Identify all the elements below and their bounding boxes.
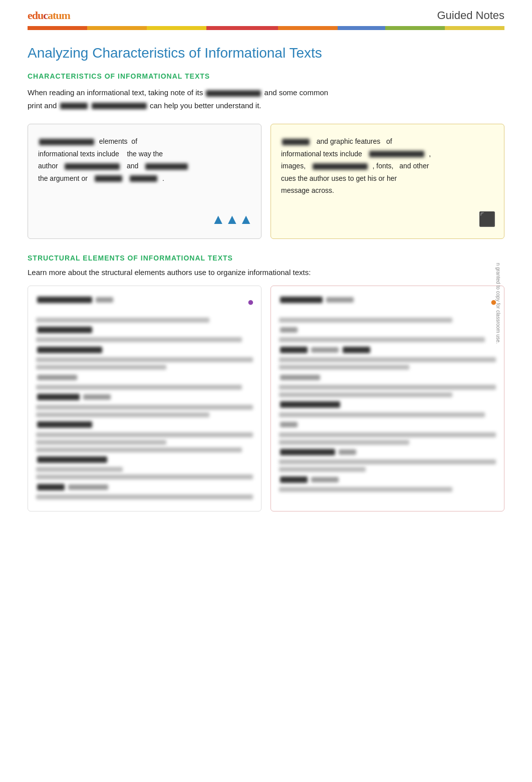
sub-cards-row: ●: [28, 286, 504, 511]
section2: STRUCTURAL ELEMENTS OF INFORMATIONAL TEX…: [28, 254, 504, 511]
blurred-line-3: [36, 357, 253, 362]
main-content: Analyzing Characteristics of Information…: [0, 30, 532, 532]
blurred-word-structure: [206, 90, 261, 97]
blurred-tline-4: [279, 365, 409, 370]
card2-line4: cues the author uses to get his or her: [281, 172, 494, 185]
color-bar-seg-6: [338, 26, 385, 30]
blurred-line-1: [36, 318, 209, 323]
blurred-print: [282, 139, 310, 145]
blurred-line-11: [36, 467, 123, 472]
logo-text: edu: [28, 9, 43, 22]
blurred-line-13: [36, 494, 253, 499]
section1-heading: CHARACTERISTICS OF INFORMATIONAL TEXTS: [28, 72, 504, 80]
blurred-line-12: [36, 474, 253, 479]
blurred-structural: [39, 139, 94, 145]
blurred-line-4: [36, 365, 166, 370]
blurred-theavy-1: [280, 347, 308, 353]
blurred-tline-2: [279, 337, 485, 342]
document-type-label: Guided Notes: [437, 9, 504, 22]
color-bar-seg-4: [206, 26, 278, 30]
card1-line2: informational texts include the way the: [38, 148, 251, 160]
blurred-tline-11: [279, 467, 366, 472]
card1-line3: author and: [38, 160, 251, 172]
blurred-title-intro: [37, 297, 92, 303]
logo: educatum: [28, 9, 70, 22]
blurred-tline-6: [279, 392, 452, 397]
blurred-inline-1: [37, 375, 77, 380]
blurred-inline-2: [83, 394, 111, 400]
blurred-tinline-1: [280, 327, 298, 333]
info-cards-row: elements of informational texts include …: [28, 124, 504, 239]
blurred-theavy-5: [280, 476, 308, 483]
blurred-organizes: [65, 163, 120, 170]
blurred-tinline-3: [280, 375, 320, 380]
blurred-word-features: [92, 103, 147, 109]
sub-card1-icon: ●: [247, 293, 254, 311]
blurred-title-theme: [280, 297, 323, 303]
card2-line5: message across.: [281, 184, 494, 197]
blurred-captions: [313, 163, 368, 170]
card1-icon: ▲▲▲: [211, 207, 253, 231]
blurred-tinline-5: [339, 449, 356, 455]
card2-line1: and graphic features of: [281, 135, 494, 148]
blurred-theavy-2: [343, 347, 370, 353]
logo-text3: atum: [48, 9, 70, 22]
sub-card-intro: ●: [28, 286, 261, 511]
blurred-theavy-3: [280, 401, 340, 408]
blurred-line-7: [36, 412, 209, 417]
card1-line4: the argument or .: [38, 172, 251, 185]
blurred-tline-5: [279, 385, 496, 390]
logo-text2: c: [43, 9, 48, 22]
intro-text-3: print and: [28, 101, 57, 110]
blurred-inline-3: [68, 484, 108, 490]
section2-desc: Learn more about the structural elements…: [28, 268, 504, 277]
blurred-presents: [145, 163, 188, 170]
blurred-tinline-6: [311, 477, 339, 482]
sub-card2-body: [279, 318, 496, 492]
blurred-heavy-3: [37, 394, 80, 400]
blurred-heavy-6: [37, 484, 65, 490]
blurred-line-8: [36, 432, 253, 437]
blurred-line-10: [36, 447, 242, 452]
sub-card1-title: [36, 295, 253, 305]
color-bar-seg-5: [278, 26, 338, 30]
blurred-tline-10: [279, 459, 496, 464]
blurred-heavy-2: [37, 347, 102, 353]
structural-card: elements of informational texts include …: [28, 124, 261, 239]
color-bar-seg-1: [28, 26, 87, 30]
color-bar-seg-3: [147, 26, 206, 30]
sub-card1-body: [36, 318, 253, 500]
sub-card-theme: ●: [271, 286, 504, 511]
blurred-tline-1: [279, 318, 452, 323]
side-note: n granted to copy for classroom use.: [496, 263, 501, 344]
blurred-topic2: [130, 175, 157, 182]
blurred-tline-12: [279, 487, 452, 492]
blurred-heavy-4: [37, 421, 92, 428]
blurred-line-6: [36, 405, 253, 410]
blurred-headings: [369, 151, 424, 157]
page-title: Analyzing Characteristics of Information…: [28, 45, 504, 61]
intro-paragraph: When reading an informational text, taki…: [28, 86, 504, 112]
card2-line3: images, , fonts, and other: [281, 160, 494, 172]
color-bar-seg-7: [385, 26, 445, 30]
blurred-heavy-5: [37, 456, 107, 463]
color-bar-seg-2: [87, 26, 147, 30]
blurred-sub-theme: [326, 297, 354, 303]
blurred-line-9: [36, 440, 166, 445]
blurred-tline-7: [279, 412, 485, 417]
card1-line1: elements of: [38, 135, 251, 148]
blurred-line-5: [36, 385, 242, 390]
blurred-topic1: [95, 175, 122, 182]
color-bar-seg-8: [445, 26, 504, 30]
blurred-line-2: [36, 337, 242, 342]
page-header: educatum Guided Notes: [0, 0, 532, 22]
blurred-sub-intro: [96, 297, 113, 303]
blurred-word-graphic: [60, 103, 88, 109]
blurred-tinline-4: [280, 422, 298, 427]
blurred-heavy-1: [37, 327, 92, 333]
blurred-tline-3: [279, 357, 496, 362]
blurred-tline-9: [279, 440, 409, 445]
blurred-tline-8: [279, 432, 496, 437]
print-graphic-card: and graphic features of informational te…: [271, 124, 504, 239]
card2-icon: ⬛: [478, 207, 496, 231]
